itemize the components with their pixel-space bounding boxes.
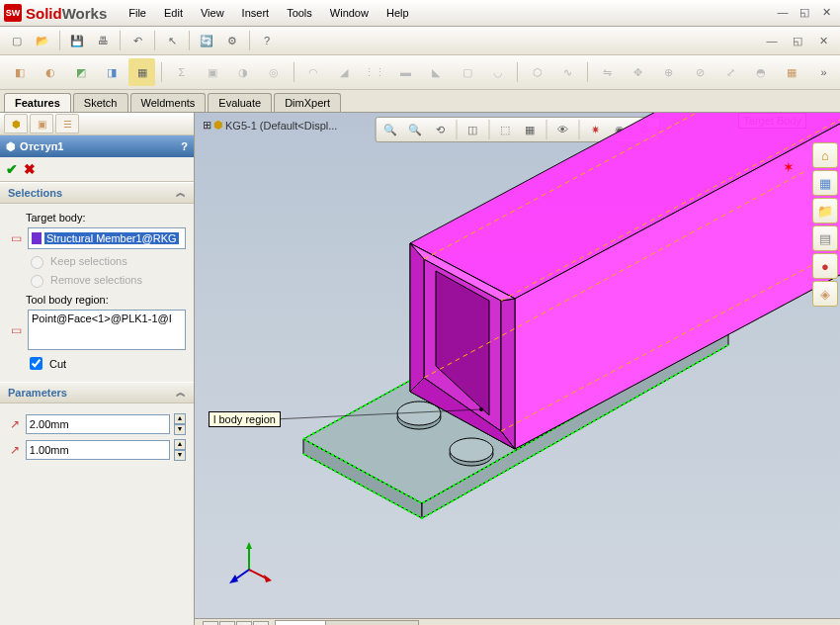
task-pane: ⌂ ▦ 📁 ▤ ● ◈: [812, 142, 838, 307]
undo-button[interactable]: ↶: [126, 30, 148, 51]
tab-model[interactable]: Model: [275, 620, 326, 625]
menu-help[interactable]: Help: [378, 4, 417, 22]
tool-body-icon: ▭: [8, 322, 24, 338]
pm-help-icon[interactable]: ?: [181, 140, 188, 152]
configuration-manager-tab-icon[interactable]: ☰: [55, 114, 79, 134]
svg-point-24: [479, 407, 483, 411]
svg-marker-26: [246, 542, 252, 549]
feature-manager-tab-icon[interactable]: ⬢: [4, 114, 28, 134]
param2-spinner[interactable]: ▲▼: [174, 439, 186, 461]
file-explorer-icon[interactable]: 📁: [812, 198, 838, 223]
orientation-triad[interactable]: [224, 540, 274, 589]
feature-revolve-icon[interactable]: ◐: [37, 58, 63, 86]
help-button[interactable]: ?: [256, 30, 278, 51]
feature-fillet-icon: ◠: [300, 58, 327, 86]
cancel-button[interactable]: ✖: [24, 161, 36, 177]
custom-props-icon[interactable]: ◈: [812, 281, 838, 307]
param1-input[interactable]: [26, 414, 170, 434]
manager-tabs: ⬢ ▣ ☰: [0, 113, 194, 135]
rebuild-button[interactable]: 🔄: [196, 30, 217, 51]
graphics-viewport[interactable]: 🔍 🔍 ⟲ ◫ ⬚ ▦ 👁 ✷ ◉ ⚙ ⊞ ⬢ KG5-1 (Default<D…: [195, 113, 840, 625]
spin-up-icon[interactable]: ▲: [174, 439, 186, 450]
command-manager-toolbar: ◧ ◐ ◩ ◨ ▦ Σ ▣ ◑ ◎ ◠ ◢ ⋮⋮ ▬ ◣ ▢ ◡ ⬡ ∿ ⇋ ✥…: [0, 55, 840, 90]
menu-file[interactable]: File: [121, 4, 154, 22]
selections-group-body: Target body: ▭ Structural Member1@RKG Ke…: [0, 204, 194, 382]
cut-checkbox-row[interactable]: Cut: [26, 354, 186, 373]
tab-features[interactable]: Features: [4, 93, 71, 112]
tab-dimxpert[interactable]: DimXpert: [274, 93, 341, 112]
doc-minimize-icon[interactable]: —: [761, 30, 783, 51]
param1-spinner[interactable]: ▲▼: [174, 413, 186, 435]
svg-text:✶: ✶: [783, 159, 795, 175]
target-body-icon: ▭: [8, 230, 24, 246]
menu-window[interactable]: Window: [322, 4, 377, 22]
feature-geometry-icon: ⬡: [524, 58, 550, 86]
parameters-group-header[interactable]: Parameters ︽: [0, 382, 194, 403]
svg-marker-14: [501, 299, 515, 449]
keep-selections-radio: Keep selections: [26, 253, 186, 269]
feature-insert-icon[interactable]: ▦: [779, 58, 805, 86]
tab-motion-study[interactable]: Motion Study 1: [325, 620, 419, 625]
property-manager-tab-icon[interactable]: ▣: [30, 114, 53, 134]
doc-restore-icon[interactable]: ◱: [787, 30, 808, 51]
menu-insert[interactable]: Insert: [234, 4, 278, 22]
doc-close-icon[interactable]: ✕: [812, 30, 834, 51]
tab-weldments[interactable]: Weldments: [130, 93, 207, 112]
target-body-selection[interactable]: Structural Member1@RKG: [28, 227, 186, 249]
separator: [154, 31, 155, 50]
param2-input[interactable]: [26, 440, 170, 460]
options-button[interactable]: ⚙: [221, 30, 243, 51]
feature-sigma-icon: Σ: [168, 58, 195, 86]
tab-first-icon[interactable]: ⏮: [203, 621, 218, 625]
ok-button[interactable]: ✔: [6, 161, 18, 177]
new-button[interactable]: ▢: [6, 30, 28, 51]
appearances-icon[interactable]: ●: [812, 253, 838, 279]
close-icon[interactable]: ✕: [818, 4, 834, 20]
minimize-icon[interactable]: —: [775, 4, 791, 20]
feature-dome-icon: ◓: [748, 58, 775, 86]
keep-selections-label: Keep selections: [50, 255, 127, 267]
target-body-label: Target body:: [26, 212, 186, 223]
spin-down-icon[interactable]: ▼: [174, 450, 186, 461]
restore-icon[interactable]: ◱: [797, 4, 812, 20]
remove-selections-radio: Remove selections: [26, 272, 186, 288]
tab-prev-icon[interactable]: ◀: [219, 621, 235, 625]
save-button[interactable]: 💾: [66, 30, 88, 51]
tab-next-icon[interactable]: ▶: [236, 621, 252, 625]
standard-toolbar: ▢ 📂 💾 🖶 ↶ ↖ 🔄 ⚙ ? — ◱ ✕: [0, 27, 840, 55]
feature-curves-icon: ∿: [554, 58, 581, 86]
feature-mirror-icon: ⇋: [594, 58, 621, 86]
title-bar: SW SolidWorks File Edit View Insert Tool…: [0, 0, 840, 27]
menu-view[interactable]: View: [193, 4, 232, 22]
cut-checkbox[interactable]: [30, 357, 42, 370]
feature-hole-icon: ◎: [261, 58, 288, 86]
separator: [294, 62, 294, 82]
model-render: ✶: [195, 113, 840, 617]
print-button[interactable]: 🖶: [92, 30, 114, 51]
tab-sketch[interactable]: Sketch: [73, 93, 128, 112]
pm-confirm-row: ✔ ✖: [0, 157, 194, 182]
open-button[interactable]: 📂: [32, 30, 53, 51]
selections-group-header[interactable]: Selections ︽: [0, 182, 194, 204]
view-palette-icon[interactable]: ▤: [812, 225, 838, 251]
select-button[interactable]: ↖: [161, 30, 183, 51]
spin-up-icon[interactable]: ▲: [174, 413, 186, 424]
menu-edit[interactable]: Edit: [156, 4, 191, 22]
spin-down-icon[interactable]: ▼: [174, 424, 186, 435]
separator: [249, 31, 250, 50]
expand-toolbar-icon[interactable]: »: [813, 61, 834, 83]
feature-sweep-icon[interactable]: ◩: [67, 58, 94, 86]
app-title: SolidWorks: [26, 5, 107, 22]
keep-selections-input: [31, 256, 43, 269]
tool-body-selection[interactable]: Point@Face<1>@PLK1-1@I: [28, 310, 186, 350]
feature-loft-icon[interactable]: ◨: [98, 58, 125, 86]
param2-icon: ↗: [8, 442, 22, 458]
tab-evaluate[interactable]: Evaluate: [208, 93, 272, 112]
tab-last-icon[interactable]: ⏭: [253, 621, 269, 625]
feature-boundary-icon[interactable]: ▦: [128, 58, 155, 86]
menu-tools[interactable]: Tools: [279, 4, 320, 22]
feature-manager-panel: ⬢ ▣ ☰ ⬢ Отступ1 ? ✔ ✖ Selections ︽ Targe…: [0, 113, 195, 625]
feature-extrude-icon[interactable]: ◧: [6, 58, 33, 86]
design-library-icon[interactable]: ▦: [812, 170, 838, 196]
solidworks-resources-icon[interactable]: ⌂: [812, 142, 838, 168]
